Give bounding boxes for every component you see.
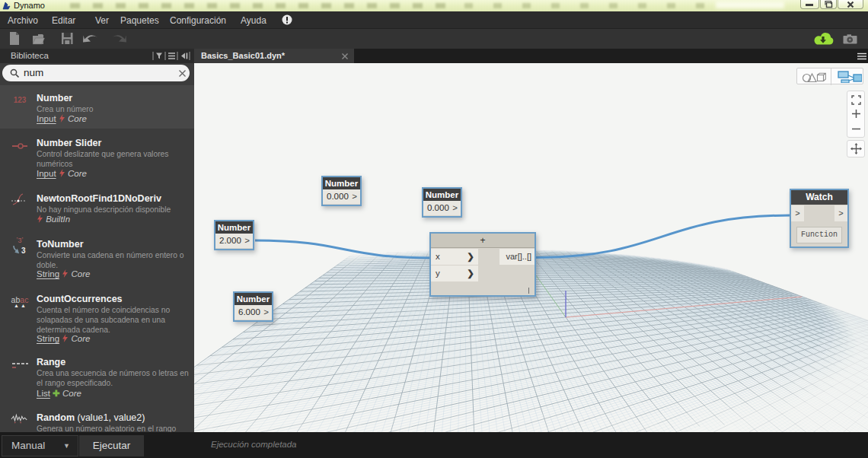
- svg-text:3: 3: [21, 246, 26, 254]
